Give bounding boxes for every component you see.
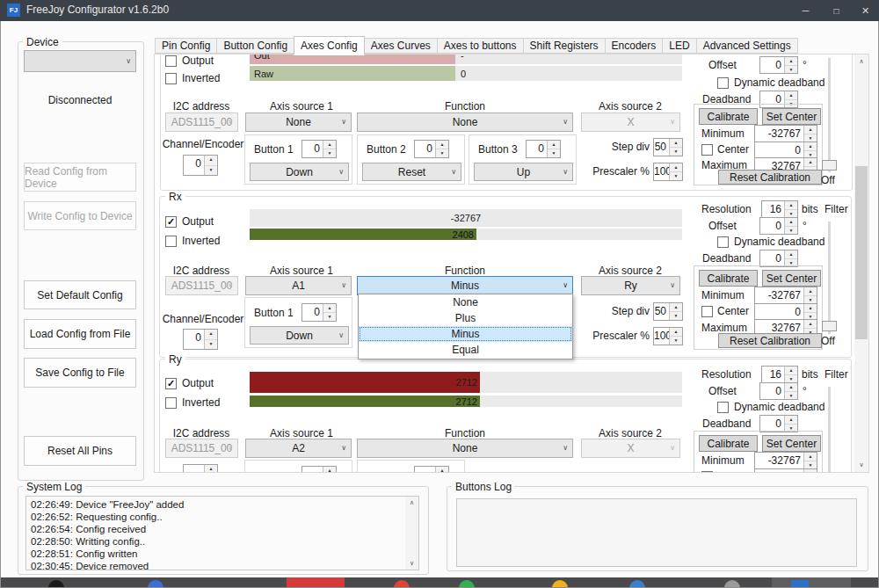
spinner-down-icon[interactable]: ▼ bbox=[670, 337, 682, 345]
spinner-up-icon[interactable]: ▲ bbox=[436, 467, 448, 473]
ry-channel-spinner[interactable]: ▲▼ bbox=[183, 464, 218, 473]
top-btn2-spinner[interactable]: 0 ▲▼ bbox=[414, 140, 449, 158]
spinner-up-icon[interactable]: ▲ bbox=[785, 367, 797, 375]
spinner-up-icon[interactable]: ▲ bbox=[205, 330, 217, 340]
dropdown-option-equal[interactable]: Equal bbox=[359, 342, 572, 358]
rx-stepdiv-spinner[interactable]: 50 ▲▼ bbox=[653, 302, 683, 321]
top-resetcal-button[interactable]: Reset Calibration bbox=[718, 170, 822, 185]
save-config-button[interactable]: Save Config to File bbox=[24, 358, 136, 388]
tab-advanced-settings[interactable]: Advanced Settings bbox=[696, 38, 798, 54]
taskbar-icon[interactable] bbox=[48, 580, 64, 588]
spinner-up-icon[interactable]: ▲ bbox=[785, 91, 797, 100]
spinner-down-icon[interactable]: ▼ bbox=[785, 210, 797, 218]
spinner-up-icon[interactable]: ▲ bbox=[670, 163, 682, 172]
scroll-up-icon[interactable]: ∧ bbox=[405, 497, 418, 509]
rx-prescaler-spinner[interactable]: 100 ▲▼ bbox=[653, 327, 683, 345]
scroll-up-icon[interactable]: ∧ bbox=[854, 54, 868, 69]
top-center-spinner[interactable]: 0 ▲▼ bbox=[754, 142, 817, 159]
top-function-select[interactable]: None∨ bbox=[357, 113, 573, 132]
spinner-down-icon[interactable]: ▼ bbox=[205, 166, 217, 176]
tab-button-config[interactable]: Button Config bbox=[216, 38, 294, 54]
spinner-down-icon[interactable]: ▼ bbox=[785, 227, 797, 235]
ry-offset-spinner[interactable]: 0 ▲▼ bbox=[759, 382, 798, 400]
taskbar-icon[interactable] bbox=[148, 580, 163, 588]
rx-deadband-spinner[interactable]: 0 ▲▼ bbox=[759, 250, 798, 267]
spinner-down-icon[interactable]: ▼ bbox=[785, 392, 797, 400]
rx-btn1-spinner[interactable]: 0 ▲▼ bbox=[301, 303, 337, 322]
dropdown-option-plus[interactable]: Plus bbox=[359, 310, 572, 326]
spinner-down-icon[interactable]: ▼ bbox=[785, 375, 797, 383]
top-center-checkbox[interactable] bbox=[701, 144, 713, 156]
top-setcenter-button[interactable]: Set Center bbox=[762, 108, 821, 125]
maximize-button[interactable]: □ bbox=[821, 0, 852, 21]
load-config-button[interactable]: Load Config from File bbox=[24, 319, 136, 349]
set-default-config-button[interactable]: Set Default Config bbox=[24, 280, 136, 309]
spinner-up-icon[interactable]: ▲ bbox=[670, 139, 682, 148]
top-filter-slider-thumb[interactable] bbox=[822, 160, 837, 171]
spinner-up-icon[interactable]: ▲ bbox=[548, 141, 560, 149]
top-offset-spinner[interactable]: 0 ▲▼ bbox=[759, 56, 798, 74]
spinner-up-icon[interactable]: ▲ bbox=[804, 158, 817, 167]
spinner-up-icon[interactable]: ▲ bbox=[804, 304, 817, 313]
spinner-down-icon[interactable]: ▼ bbox=[205, 340, 217, 350]
rx-i2c-select[interactable]: ADS1115_00∨ bbox=[165, 276, 238, 295]
spinner-down-icon[interactable]: ▼ bbox=[804, 296, 817, 304]
ry-inverted-checkbox[interactable] bbox=[165, 397, 177, 409]
ry-i2c-select[interactable]: ADS1115_00∨ bbox=[165, 439, 238, 458]
rx-minimum-spinner[interactable]: -32767 ▲▼ bbox=[754, 287, 817, 304]
spinner-up-icon[interactable]: ▲ bbox=[785, 218, 797, 227]
rx-filter-slider-thumb[interactable] bbox=[822, 321, 837, 331]
rx-setcenter-button[interactable]: Set Center bbox=[762, 270, 821, 287]
rx-src1-select[interactable]: A1∨ bbox=[245, 276, 352, 295]
main-scrollbar[interactable]: ∧ ∨ bbox=[854, 54, 868, 472]
spinner-down-icon[interactable]: ▼ bbox=[548, 149, 560, 157]
tab-encoders[interactable]: Encoders bbox=[605, 38, 664, 54]
device-select[interactable]: ∨ bbox=[24, 50, 136, 72]
tab-axes-config[interactable]: Axes Config bbox=[294, 36, 365, 55]
spinner-up-icon[interactable]: ▲ bbox=[785, 57, 797, 66]
dropdown-option-none[interactable]: None bbox=[359, 294, 572, 310]
spinner-down-icon[interactable]: ▼ bbox=[670, 172, 682, 180]
reset-all-pins-button[interactable]: Reset All Pins bbox=[24, 436, 136, 466]
tab-shift-registers[interactable]: Shift Registers bbox=[523, 38, 606, 54]
rx-function-select[interactable]: Minus∨ bbox=[357, 276, 573, 295]
ry-filter-slider-track[interactable] bbox=[828, 387, 831, 472]
taskbar-icon[interactable] bbox=[287, 577, 345, 588]
top-btn1-spinner[interactable]: 0 ▲▼ bbox=[301, 140, 337, 158]
spinner-up-icon[interactable]: ▲ bbox=[804, 453, 817, 461]
taskbar-icon[interactable] bbox=[394, 580, 410, 588]
spinner-down-icon[interactable]: ▼ bbox=[323, 149, 336, 157]
rx-center-checkbox[interactable] bbox=[701, 306, 713, 317]
ry-calibrate-button[interactable]: Calibrate bbox=[699, 435, 758, 452]
top-btn3-mode-select[interactable]: Up∨ bbox=[474, 163, 573, 181]
top-btn1-mode-select[interactable]: Down∨ bbox=[250, 163, 349, 181]
ry-setcenter-button[interactable]: Set Center bbox=[762, 435, 821, 452]
taskbar-icon[interactable] bbox=[459, 580, 475, 588]
ry-btn2-spinner[interactable]: ▲▼ bbox=[414, 466, 449, 473]
spinner-down-icon[interactable]: ▼ bbox=[323, 313, 336, 321]
spinner-up-icon[interactable]: ▲ bbox=[804, 320, 817, 329]
spinner-up-icon[interactable]: ▲ bbox=[205, 465, 217, 473]
taskbar-icon[interactable] bbox=[791, 580, 809, 588]
spinner-up-icon[interactable]: ▲ bbox=[785, 383, 797, 392]
rx-resolution-spinner[interactable]: 16 ▲▼ bbox=[761, 200, 798, 218]
rx-center-spinner[interactable]: 0 ▲▼ bbox=[754, 303, 817, 321]
spinner-up-icon[interactable]: ▲ bbox=[785, 416, 797, 425]
spinner-down-icon[interactable]: ▼ bbox=[804, 134, 817, 142]
ry-output-checkbox[interactable]: ✓ bbox=[165, 378, 177, 389]
tab-pin-config[interactable]: Pin Config bbox=[155, 38, 217, 54]
read-config-button[interactable]: Read Config from Device bbox=[24, 163, 136, 192]
spinner-down-icon[interactable]: ▼ bbox=[670, 148, 682, 156]
top-output-checkbox[interactable] bbox=[165, 55, 177, 67]
top-i2c-select[interactable]: ADS1115_00∨ bbox=[165, 113, 238, 132]
top-btn2-mode-select[interactable]: Reset∨ bbox=[362, 163, 461, 181]
spinner-up-icon[interactable]: ▲ bbox=[323, 467, 336, 473]
rx-btn1-mode-select[interactable]: Down∨ bbox=[250, 326, 349, 345]
spinner-down-icon[interactable]: ▼ bbox=[436, 149, 448, 157]
spinner-up-icon[interactable]: ▲ bbox=[804, 126, 817, 134]
system-log-scrollbar[interactable]: ∧ ∨ bbox=[405, 497, 418, 570]
rx-resetcal-button[interactable]: Reset Calibration bbox=[718, 333, 822, 348]
ry-dyndb-checkbox[interactable] bbox=[717, 402, 729, 413]
spinner-up-icon[interactable]: ▲ bbox=[436, 141, 448, 149]
rx-offset-spinner[interactable]: 0 ▲▼ bbox=[759, 217, 798, 235]
